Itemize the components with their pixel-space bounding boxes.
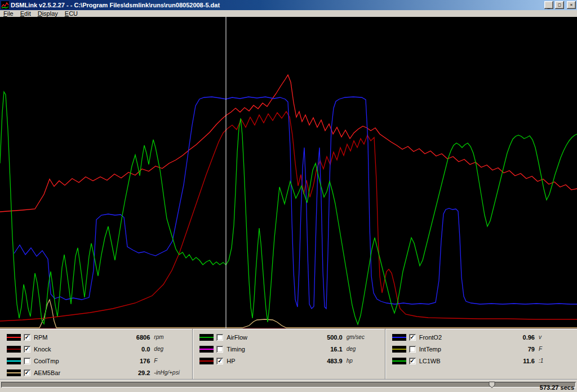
legend-row-timing: Timing 16.1 deg xyxy=(193,343,384,355)
fronto2-color-swatch xyxy=(392,334,406,341)
lc1wb-value: 11.6 xyxy=(523,358,535,364)
fronto2-checkbox[interactable]: ✓ xyxy=(409,334,416,341)
hp-label: HP xyxy=(227,358,235,364)
lc1wb-checkbox[interactable]: ✓ xyxy=(409,358,416,364)
rpm-label: RPM xyxy=(34,334,47,341)
inttemp-color-swatch xyxy=(392,346,406,353)
legend-column-1: ✓ RPM 6806 rpm ✓ Knock 0.0 deg CoolTmp 1… xyxy=(0,329,192,379)
fronto2-label: FrontO2 xyxy=(419,334,442,341)
airflow-unit: gm/sec xyxy=(347,334,379,340)
legend-row-aem5bar: ✓ AEM5Bar 29.2 -inHg/+psi xyxy=(0,367,192,378)
knock-unit: deg xyxy=(154,346,187,352)
legend-row-rpm: ✓ RPM 6806 rpm xyxy=(0,331,192,343)
cooltmp-unit: F xyxy=(154,358,187,364)
aem5bar-unit: -inHg/+psi xyxy=(154,369,187,376)
timing-unit: deg xyxy=(347,346,379,352)
legend-row-inttemp: IntTemp 79 F xyxy=(385,343,577,355)
cooltmp-value: 176 xyxy=(140,358,150,364)
legend-row-lc1wb: ✓ LC1WB 11.6 :1 xyxy=(385,355,577,367)
knock-label: Knock xyxy=(34,346,51,353)
hp-checkbox[interactable]: ✓ xyxy=(216,358,223,364)
trace-rpm xyxy=(0,75,577,212)
menu-bar: File Edit Display ECU xyxy=(0,10,577,17)
minimize-button[interactable]: _ xyxy=(544,1,553,9)
aem5bar-value: 29.2 xyxy=(138,369,150,376)
lc1wb-label: LC1WB xyxy=(419,358,441,364)
trace-hp xyxy=(0,112,577,321)
aem5bar-label: AEM5Bar xyxy=(34,369,60,376)
cooltmp-color-swatch xyxy=(7,358,21,364)
menu-file[interactable]: File xyxy=(0,10,17,17)
airflow-label: AirFlow xyxy=(227,334,247,341)
inttemp-unit: F xyxy=(539,346,571,352)
airflow-checkbox[interactable] xyxy=(216,334,223,341)
inttemp-label: IntTemp xyxy=(419,346,441,353)
aem5bar-color-swatch xyxy=(7,369,21,376)
knock-checkbox[interactable]: ✓ xyxy=(24,346,30,353)
legend-column-2: AirFlow 500.0 gm/sec Timing 16.1 deg ✓ H… xyxy=(192,329,384,379)
legend-panel: ✓ RPM 6806 rpm ✓ Knock 0.0 deg CoolTmp 1… xyxy=(0,328,577,379)
dsmlink-window: DSMLink v2.5.2.27 - - C:\Program Files\d… xyxy=(0,0,577,392)
legend-row-hp: ✓ HP 483.9 hp xyxy=(193,355,384,367)
fronto2-unit: v xyxy=(539,334,571,340)
chart-area[interactable] xyxy=(0,17,577,328)
title-bar: DSMLink v2.5.2.27 - - C:\Program Files\d… xyxy=(0,0,577,10)
rpm-checkbox[interactable]: ✓ xyxy=(24,334,30,341)
rpm-color-swatch xyxy=(7,334,21,341)
rpm-unit: rpm xyxy=(154,334,187,340)
rpm-value: 6806 xyxy=(136,334,150,341)
chart-svg[interactable] xyxy=(0,17,577,328)
elapsed-time-label: 573.27 secs xyxy=(540,384,574,391)
timing-checkbox[interactable] xyxy=(216,346,223,353)
hp-unit: hp xyxy=(347,358,379,364)
lc1wb-color-swatch xyxy=(392,358,406,364)
airflow-color-swatch xyxy=(199,334,214,341)
slider-thumb[interactable] xyxy=(489,381,495,388)
legend-row-knock: ✓ Knock 0.0 deg xyxy=(0,343,192,355)
app-icon xyxy=(1,1,9,9)
timing-color-swatch xyxy=(199,346,214,353)
knock-color-swatch xyxy=(7,346,21,353)
timeline-track[interactable] xyxy=(1,382,576,387)
legend-row-cooltmp: CoolTmp 176 F xyxy=(0,355,192,367)
aem5bar-checkbox[interactable]: ✓ xyxy=(24,369,30,376)
timing-label: Timing xyxy=(227,346,245,353)
maximize-button[interactable]: □ xyxy=(555,1,564,9)
cooltmp-checkbox[interactable] xyxy=(24,358,30,364)
inttemp-checkbox[interactable] xyxy=(409,346,416,353)
inttemp-value: 79 xyxy=(528,346,535,353)
airflow-value: 500.0 xyxy=(327,334,343,341)
trace-lc1wb xyxy=(0,92,577,324)
menu-ecu[interactable]: ECU xyxy=(61,10,81,17)
knock-value: 0.0 xyxy=(141,346,150,353)
window-title: DSMLink v2.5.2.27 - - C:\Program Files\d… xyxy=(11,2,543,8)
legend-row-airflow: AirFlow 500.0 gm/sec xyxy=(193,331,384,343)
hp-value: 483.9 xyxy=(327,358,343,364)
lc1wb-unit: :1 xyxy=(539,358,571,364)
fronto2-value: 0.96 xyxy=(523,334,535,341)
menu-display[interactable]: Display xyxy=(34,10,61,17)
close-button[interactable]: ✕ xyxy=(567,1,576,9)
timeline-bar: 573.27 secs xyxy=(0,379,577,392)
timing-value: 16.1 xyxy=(330,346,342,353)
cooltmp-label: CoolTmp xyxy=(34,358,59,364)
menu-edit[interactable]: Edit xyxy=(17,10,34,17)
trace-fronto2 xyxy=(14,97,577,309)
legend-column-3: ✓ FrontO2 0.96 v IntTemp 79 F ✓ LC1WB 11… xyxy=(385,329,577,379)
legend-row-fronto2: ✓ FrontO2 0.96 v xyxy=(385,331,577,343)
hp-color-swatch xyxy=(199,358,214,364)
